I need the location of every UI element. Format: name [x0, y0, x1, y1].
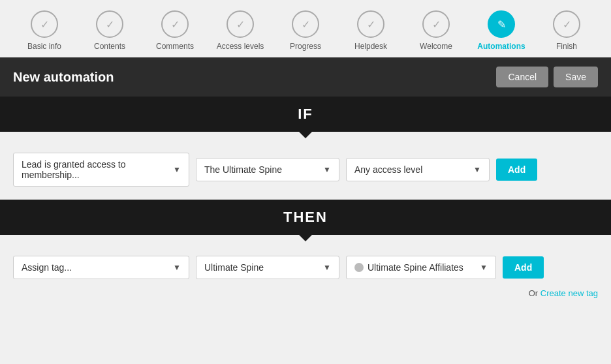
membership-dropdown-label: The Ultimate Spine: [204, 164, 282, 175]
step-label-comments: Comments: [156, 42, 194, 51]
if-add-button[interactable]: Add: [496, 159, 537, 181]
check-icon: [302, 18, 310, 31]
step-circle-comments: [161, 10, 189, 38]
wizard-step-helpdesk[interactable]: Helpdesk: [338, 10, 403, 51]
step-label-basic-info: Basic info: [27, 42, 61, 51]
wizard-step-progress[interactable]: Progress: [273, 10, 338, 51]
step-circle-helpdesk: [357, 10, 384, 38]
wizard-nav: Basic info Contents Comments Access leve…: [0, 0, 611, 57]
chevron-down-icon: ▼: [323, 263, 331, 272]
step-circle-progress: [292, 10, 319, 38]
step-label-access-levels: Access levels: [217, 42, 264, 51]
check-icon: [40, 18, 49, 31]
condition-row: Lead is granted access to membership... …: [0, 132, 611, 200]
check-icon: [236, 18, 245, 31]
wizard-step-comments[interactable]: Comments: [142, 10, 208, 51]
step-label-progress: Progress: [290, 42, 321, 51]
chevron-down-icon: ▼: [173, 263, 181, 272]
tag-color-indicator: [354, 263, 364, 272]
step-circle-welcome: [422, 10, 450, 38]
then-add-button[interactable]: Add: [503, 256, 544, 279]
step-label-automations: Automations: [477, 42, 525, 51]
step-label-finish: Finish: [556, 42, 577, 51]
chevron-down-icon: ▼: [473, 165, 481, 174]
create-tag-area: Or Create new tag: [0, 286, 611, 309]
step-circle-access-levels: [227, 10, 254, 38]
check-icon: [367, 18, 375, 31]
create-new-tag-link[interactable]: Create new tag: [540, 288, 598, 298]
if-banner: IF: [0, 97, 611, 132]
wizard-step-welcome[interactable]: Welcome: [403, 10, 469, 51]
page-title: New automation: [13, 70, 114, 85]
step-circle-finish: [553, 10, 580, 38]
wizard-step-finish[interactable]: Finish: [534, 10, 599, 51]
action-dropdown-label: Assign tag...: [22, 262, 72, 273]
wizard-step-automations[interactable]: Automations: [469, 10, 534, 51]
wizard-step-contents[interactable]: Contents: [77, 10, 142, 51]
if-label: IF: [298, 106, 313, 122]
check-icon: [432, 18, 441, 31]
membership-dropdown[interactable]: The Ultimate Spine ▼: [196, 158, 339, 181]
check-icon: [563, 18, 571, 31]
step-circle-basic-info: [31, 10, 58, 38]
access-level-dropdown[interactable]: Any access level ▼: [346, 158, 490, 181]
tag-dropdown[interactable]: Ultimate Spine ▼: [196, 256, 339, 279]
header-bar: New automation Cancel Save: [0, 57, 611, 97]
action-row: Assign tag... ▼ Ultimate Spine ▼ Ultimat…: [0, 235, 611, 286]
tag-value-dropdown[interactable]: Ultimate Spine Affiliates ▼: [346, 256, 496, 279]
access-level-dropdown-label: Any access level: [354, 164, 422, 175]
step-circle-contents: [96, 10, 123, 38]
check-icon: [106, 18, 114, 31]
pencil-icon: [497, 18, 506, 31]
condition-dropdown-label: Lead is granted access to membership...: [22, 159, 168, 180]
save-button[interactable]: Save: [554, 67, 598, 87]
wizard-step-access-levels[interactable]: Access levels: [208, 10, 273, 51]
tag-value-label: Ultimate Spine Affiliates: [368, 262, 475, 273]
header-actions: Cancel Save: [496, 67, 598, 87]
step-label-helpdesk: Helpdesk: [354, 42, 387, 51]
then-banner: THEN: [0, 200, 611, 235]
chevron-down-icon: ▼: [323, 165, 331, 174]
step-label-welcome: Welcome: [420, 42, 452, 51]
check-icon: [171, 18, 180, 31]
chevron-down-icon: ▼: [173, 165, 181, 174]
condition-dropdown[interactable]: Lead is granted access to membership... …: [13, 153, 189, 187]
step-circle-automations: [488, 10, 515, 38]
tag-dropdown-label: Ultimate Spine: [204, 262, 264, 273]
cancel-button[interactable]: Cancel: [496, 67, 548, 87]
wizard-step-basic-info[interactable]: Basic info: [12, 10, 77, 51]
then-label: THEN: [283, 209, 328, 225]
or-text: Or: [529, 288, 538, 298]
step-label-contents: Contents: [94, 42, 125, 51]
chevron-down-icon: ▼: [480, 263, 488, 272]
action-dropdown[interactable]: Assign tag... ▼: [13, 256, 189, 279]
